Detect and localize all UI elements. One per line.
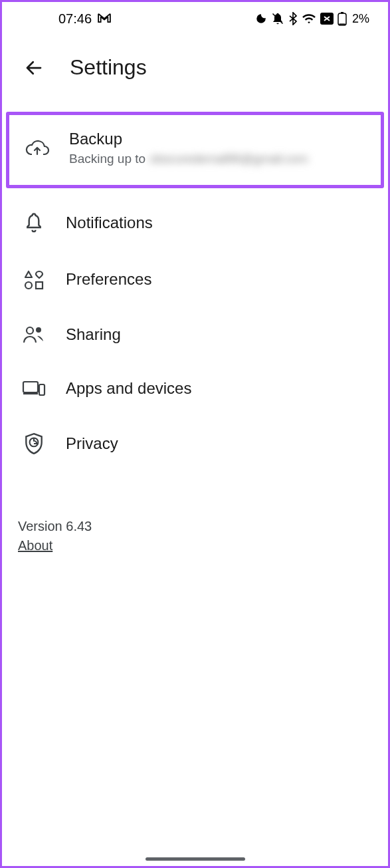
settings-item-notifications[interactable]: Notifications	[2, 195, 388, 252]
shield-icon	[21, 432, 47, 455]
backup-subtitle-email: obscuredemail96@gmail.com	[149, 152, 308, 166]
battery-percentage: 2%	[352, 12, 369, 26]
apps-devices-title: Apps and devices	[66, 379, 191, 398]
battery-icon	[338, 11, 347, 26]
app-bar: Settings	[2, 35, 388, 101]
svg-point-5	[25, 282, 32, 289]
settings-item-preferences[interactable]: Preferences	[2, 252, 388, 308]
settings-item-sharing[interactable]: Sharing	[2, 308, 388, 362]
page-title: Settings	[70, 55, 147, 80]
status-time: 07:46	[58, 11, 92, 27]
preferences-title: Preferences	[66, 270, 151, 289]
bluetooth-icon	[288, 12, 298, 25]
backup-subtitle: Backing up to obscuredemail96@gmail.com	[69, 152, 308, 166]
gmail-icon	[97, 11, 112, 27]
highlight-annotation: Backup Backing up to obscuredemail96@gma…	[6, 112, 384, 188]
settings-item-backup[interactable]: Backup Backing up to obscuredemail96@gma…	[9, 115, 381, 185]
settings-item-privacy[interactable]: Privacy	[2, 415, 388, 472]
people-icon	[21, 325, 47, 344]
svg-rect-4	[339, 24, 345, 25]
bell-icon	[21, 212, 47, 235]
bell-silent-icon	[271, 12, 284, 25]
svg-point-8	[36, 327, 41, 333]
dnd-moon-icon	[255, 13, 267, 25]
settings-item-apps-devices[interactable]: Apps and devices	[2, 362, 388, 416]
wifi-icon	[302, 13, 316, 25]
home-handle[interactable]	[146, 857, 245, 861]
shapes-icon	[21, 269, 47, 291]
version-text: Version 6.43	[18, 519, 372, 534]
status-bar: 07:46 2%	[2, 2, 388, 35]
notifications-title: Notifications	[66, 214, 153, 233]
privacy-title: Privacy	[66, 434, 118, 454]
backup-title: Backup	[69, 130, 308, 149]
about-link[interactable]: About	[18, 538, 52, 553]
status-right: 2%	[255, 11, 369, 26]
svg-rect-10	[39, 384, 45, 395]
arrow-left-icon	[24, 58, 44, 78]
svg-rect-6	[36, 282, 43, 289]
footer: Version 6.43 About	[2, 472, 388, 553]
svg-rect-3	[341, 12, 343, 14]
svg-rect-2	[338, 13, 346, 25]
svg-rect-9	[23, 382, 38, 392]
back-button[interactable]	[22, 56, 46, 80]
signal-box-icon	[320, 13, 334, 25]
svg-point-7	[27, 327, 33, 334]
status-left: 07:46	[58, 11, 112, 27]
devices-icon	[21, 379, 47, 398]
sharing-title: Sharing	[66, 325, 121, 345]
cloud-upload-icon	[24, 138, 50, 157]
backup-subtitle-prefix: Backing up to	[69, 152, 146, 166]
